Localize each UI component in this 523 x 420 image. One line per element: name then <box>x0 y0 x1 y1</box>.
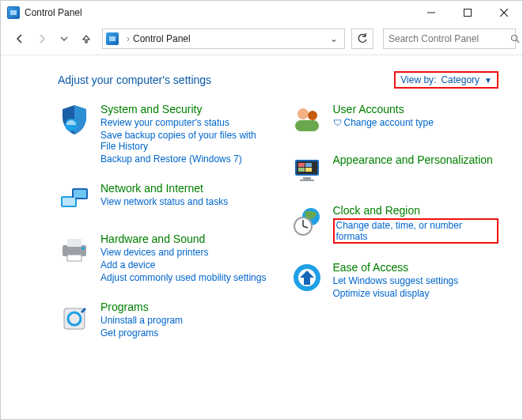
back-button[interactable] <box>10 29 29 48</box>
svg-rect-1 <box>464 9 472 17</box>
task-link[interactable]: Change date, time, or number formats <box>336 220 462 242</box>
control-panel-icon <box>7 6 20 19</box>
svg-rect-25 <box>305 168 312 172</box>
left-column: System and Security Review your computer… <box>58 103 267 339</box>
category-user-accounts: User Accounts Change account type <box>290 103 499 136</box>
view-by-selector[interactable]: View by: Category ▼ <box>394 71 498 89</box>
programs-icon <box>58 301 91 334</box>
category-clock-region: Clock and Region Change date, time, or n… <box>290 204 499 244</box>
category-link[interactable]: User Accounts <box>333 103 434 115</box>
task-link[interactable]: Get programs <box>100 327 183 339</box>
maximize-button[interactable] <box>449 1 486 25</box>
search-icon <box>510 34 520 44</box>
svg-point-17 <box>298 108 309 119</box>
category-hardware-sound: Hardware and Sound View devices and prin… <box>58 233 267 283</box>
category-link[interactable]: System and Security <box>100 103 267 115</box>
svg-line-5 <box>517 40 519 43</box>
task-link[interactable]: Optimize visual display <box>333 288 459 299</box>
content-area: Adjust your computer's settings View by:… <box>1 55 522 346</box>
task-link[interactable]: Save backup copies of your files with Fi… <box>100 130 267 152</box>
category-programs: Programs Uninstall a program Get program… <box>58 301 267 339</box>
svg-rect-19 <box>295 120 319 131</box>
task-link[interactable]: View network status and tasks <box>100 196 228 207</box>
ease-of-access-icon <box>290 261 324 294</box>
svg-rect-9 <box>74 190 86 198</box>
chevron-down-icon[interactable]: ⌄ <box>327 33 341 44</box>
svg-rect-13 <box>67 255 81 261</box>
category-system-security: System and Security Review your computer… <box>58 103 267 165</box>
forward-button[interactable] <box>32 29 51 48</box>
svg-rect-26 <box>303 177 311 180</box>
category-network-internet: Network and Internet View network status… <box>58 182 267 215</box>
page-heading: Adjust your computer's settings <box>58 74 211 86</box>
titlebar: Control Panel <box>1 1 522 25</box>
task-link[interactable]: Add a device <box>100 259 266 271</box>
category-link[interactable]: Appearance and Personalization <box>333 153 493 166</box>
users-icon <box>290 103 324 136</box>
control-panel-icon <box>106 32 119 45</box>
navbar: › Control Panel ⌄ <box>1 25 522 53</box>
category-link[interactable]: Network and Internet <box>100 182 228 195</box>
monitor-icon <box>290 153 324 187</box>
category-link[interactable]: Programs <box>100 301 183 313</box>
category-ease-of-access: Ease of Access Let Windows suggest setti… <box>290 261 499 299</box>
category-link[interactable]: Clock and Region <box>333 204 499 217</box>
category-link[interactable]: Hardware and Sound <box>100 233 266 245</box>
search-input[interactable] <box>388 33 507 44</box>
task-link[interactable]: Change account type <box>333 117 434 128</box>
svg-rect-10 <box>63 198 75 206</box>
address-bar[interactable]: › Control Panel ⌄ <box>102 28 345 49</box>
close-button[interactable] <box>486 1 522 25</box>
printer-icon <box>58 233 91 266</box>
recent-locations-button[interactable] <box>55 29 74 48</box>
minimize-button[interactable] <box>413 1 449 25</box>
refresh-button[interactable] <box>351 28 373 49</box>
svg-rect-27 <box>300 180 314 181</box>
svg-point-14 <box>81 247 85 250</box>
up-button[interactable] <box>77 29 96 48</box>
task-link[interactable]: Uninstall a program <box>100 315 183 326</box>
chevron-down-icon: ▼ <box>484 76 492 85</box>
svg-point-18 <box>308 111 317 120</box>
category-link[interactable]: Ease of Access <box>333 261 459 274</box>
category-appearance-personalization: Appearance and Personalization <box>290 153 499 187</box>
chevron-right-icon[interactable]: › <box>127 33 130 44</box>
search-box[interactable] <box>383 28 516 49</box>
breadcrumb[interactable]: Control Panel <box>133 33 191 44</box>
clock-globe-icon <box>290 204 324 237</box>
shield-icon <box>58 103 91 136</box>
svg-rect-22 <box>298 163 305 167</box>
view-by-label: View by: <box>400 74 436 85</box>
task-link[interactable]: Adjust commonly used mobility settings <box>100 272 266 283</box>
highlighted-task: Change date, time, or number formats <box>333 218 499 244</box>
view-by-value: Category <box>441 74 479 85</box>
right-column: User Accounts Change account type Appear… <box>290 103 499 339</box>
task-link[interactable]: Let Windows suggest settings <box>333 275 459 286</box>
svg-rect-23 <box>305 163 312 167</box>
svg-rect-12 <box>67 239 81 247</box>
task-link[interactable]: View devices and printers <box>100 247 266 258</box>
window-title: Control Panel <box>25 7 82 18</box>
svg-point-4 <box>512 36 517 41</box>
task-link[interactable]: Review your computer's status <box>100 117 267 128</box>
task-link[interactable]: Backup and Restore (Windows 7) <box>100 153 267 165</box>
network-icon <box>58 182 91 215</box>
svg-rect-24 <box>298 168 305 172</box>
